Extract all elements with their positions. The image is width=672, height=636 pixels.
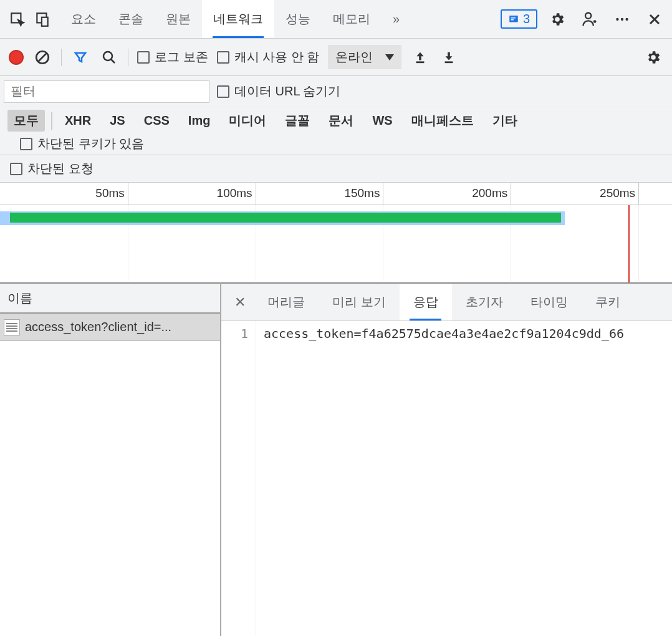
type-filter-doc[interactable]: 문서 bbox=[322, 110, 360, 132]
divider bbox=[51, 112, 52, 130]
detail-tab-timing[interactable]: 타이밍 bbox=[517, 284, 582, 320]
record-button[interactable] bbox=[9, 50, 24, 65]
disable-cache-label: 캐시 사용 안 함 bbox=[234, 49, 320, 65]
request-list-header[interactable]: 이름 bbox=[0, 282, 220, 314]
tab-memory[interactable]: 메모리 bbox=[322, 0, 382, 38]
disable-cache-checkbox[interactable]: 캐시 사용 안 함 bbox=[217, 49, 320, 65]
type-filter-font[interactable]: 글꼴 bbox=[279, 110, 316, 132]
request-list: 이름 access_token?client_id=... bbox=[0, 282, 221, 636]
panel-tabs: 요소 콘솔 원본 네트워크 성능 메모리 » bbox=[60, 0, 411, 38]
download-har-icon[interactable] bbox=[439, 47, 459, 67]
hide-data-urls-checkbox[interactable]: 데이터 URL 숨기기 bbox=[217, 83, 340, 100]
account-icon[interactable] bbox=[577, 7, 602, 32]
detail-tab-cookies[interactable]: 쿠키 bbox=[582, 284, 634, 320]
tab-performance[interactable]: 성능 bbox=[274, 0, 322, 38]
type-filter-xhr[interactable]: XHR bbox=[59, 111, 97, 130]
response-content: access_token=f4a62575dcae4a3e4ae2cf9a120… bbox=[256, 321, 624, 636]
filter-input[interactable] bbox=[4, 80, 209, 103]
detail-tab-initiator[interactable]: 초기자 bbox=[452, 284, 517, 320]
close-devtools-icon[interactable] bbox=[642, 7, 667, 32]
hide-data-urls-label: 데이터 URL 숨기기 bbox=[234, 83, 340, 100]
line-number: 1 bbox=[221, 321, 256, 636]
close-details-icon[interactable]: ✕ bbox=[226, 284, 254, 320]
svg-rect-3 bbox=[509, 16, 518, 22]
blocked-cookies-checkbox[interactable]: 차단된 쿠키가 있음 bbox=[20, 135, 144, 152]
preserve-log-checkbox[interactable]: 로그 보존 bbox=[137, 49, 208, 65]
tab-sources[interactable]: 원본 bbox=[155, 0, 202, 38]
type-filter-other[interactable]: 기타 bbox=[486, 110, 524, 132]
svg-rect-4 bbox=[511, 17, 516, 19]
detail-tab-headers[interactable]: 머리글 bbox=[254, 284, 319, 320]
chevron-down-icon bbox=[385, 54, 394, 60]
blocked-requests-label: 차단된 요청 bbox=[27, 160, 94, 177]
request-row[interactable]: access_token?client_id=... bbox=[0, 314, 220, 341]
response-body[interactable]: 1 access_token=f4a62575dcae4a3e4ae2cf9a1… bbox=[221, 321, 672, 636]
svg-rect-2 bbox=[42, 17, 48, 26]
detail-tab-response[interactable]: 응답 bbox=[400, 284, 452, 320]
blocked-cookies-label: 차단된 쿠키가 있음 bbox=[37, 135, 144, 152]
svg-point-6 bbox=[585, 12, 591, 18]
svg-point-7 bbox=[593, 20, 597, 23]
svg-rect-14 bbox=[445, 61, 453, 63]
type-filter-media[interactable]: 미디어 bbox=[223, 110, 272, 132]
clear-icon[interactable] bbox=[32, 47, 52, 67]
divider bbox=[128, 49, 128, 66]
request-name: access_token?client_id=... bbox=[25, 320, 171, 334]
blocked-requests-checkbox[interactable]: 차단된 요청 bbox=[10, 160, 94, 177]
document-icon bbox=[4, 319, 20, 335]
issues-count: 3 bbox=[523, 12, 530, 26]
svg-point-8 bbox=[616, 17, 618, 20]
svg-rect-13 bbox=[416, 61, 425, 63]
tick-label: 200ms bbox=[472, 186, 507, 200]
tab-network[interactable]: 네트워크 bbox=[202, 0, 274, 38]
upload-har-icon[interactable] bbox=[410, 47, 430, 67]
settings-gear-icon[interactable] bbox=[545, 7, 570, 32]
issues-badge[interactable]: 3 bbox=[501, 9, 537, 29]
divider bbox=[61, 49, 62, 66]
tick-label: 250ms bbox=[600, 186, 635, 200]
throttling-select[interactable]: 온라인 bbox=[328, 45, 401, 69]
network-settings-icon[interactable] bbox=[643, 47, 663, 67]
preserve-log-label: 로그 보존 bbox=[155, 49, 208, 65]
load-marker bbox=[628, 205, 630, 282]
type-filter-ws[interactable]: WS bbox=[366, 111, 398, 130]
inspect-element-icon[interactable] bbox=[5, 7, 30, 32]
filter-icon[interactable] bbox=[70, 47, 90, 67]
type-filter-css[interactable]: CSS bbox=[138, 111, 176, 130]
svg-rect-5 bbox=[511, 19, 514, 21]
timeline-overview[interactable]: 50ms 100ms 150ms 200ms 250ms bbox=[0, 183, 672, 282]
tick-label: 50ms bbox=[95, 186, 124, 200]
detail-tab-preview[interactable]: 미리 보기 bbox=[319, 284, 400, 320]
device-toggle-icon[interactable] bbox=[30, 7, 55, 32]
svg-point-9 bbox=[621, 17, 623, 20]
type-filter-img[interactable]: Img bbox=[182, 111, 217, 130]
tick-label: 150ms bbox=[344, 186, 380, 200]
type-filter-js[interactable]: JS bbox=[103, 111, 131, 130]
type-filter-all[interactable]: 모두 bbox=[7, 110, 45, 132]
throttling-value: 온라인 bbox=[335, 49, 373, 65]
type-filter-manifest[interactable]: 매니페스트 bbox=[405, 110, 480, 132]
tick-label: 100ms bbox=[217, 186, 252, 200]
tab-console[interactable]: 콘솔 bbox=[107, 0, 155, 38]
search-icon[interactable] bbox=[99, 47, 119, 67]
more-menu-icon[interactable] bbox=[610, 7, 635, 32]
svg-point-12 bbox=[103, 52, 112, 60]
svg-point-10 bbox=[625, 17, 628, 20]
tabs-overflow[interactable]: » bbox=[382, 0, 411, 38]
timeline-bar-inner bbox=[10, 213, 561, 223]
tab-elements[interactable]: 요소 bbox=[60, 0, 107, 38]
